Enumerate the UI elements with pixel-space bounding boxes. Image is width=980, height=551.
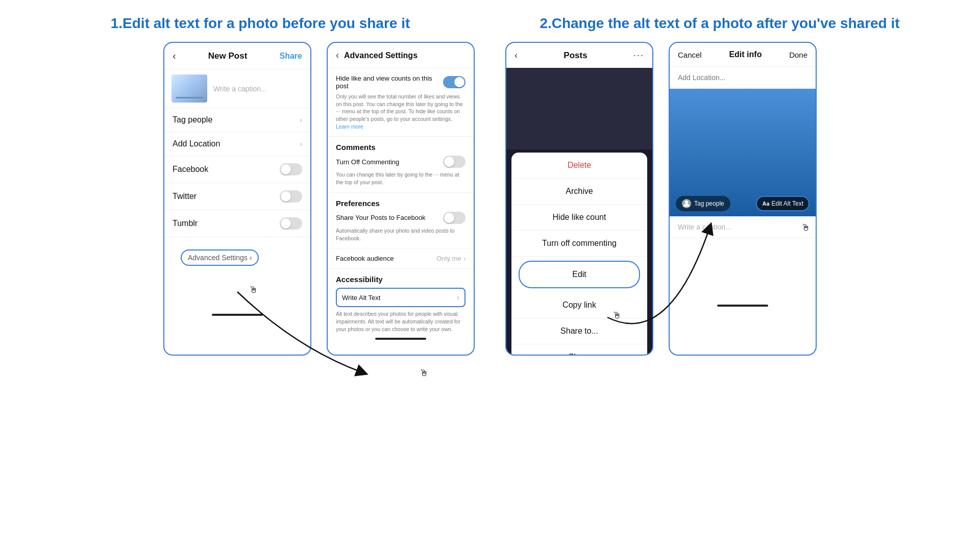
- hide-counts-label: Hide like and view counts on this post: [336, 74, 443, 90]
- back-icon[interactable]: ‹: [173, 50, 176, 62]
- home-indicator: [717, 305, 768, 307]
- new-post-title: New Post: [208, 51, 248, 61]
- write-alt-text-row[interactable]: Write Alt Text ›: [336, 288, 465, 307]
- add-location-label: Add Location...: [678, 73, 725, 82]
- facebook-label: Facebook: [173, 165, 208, 174]
- turn-off-commenting-action[interactable]: Turn off commenting: [511, 231, 647, 257]
- tag-people-row[interactable]: Tag people ›: [164, 108, 310, 132]
- caption-placeholder[interactable]: Write a caption...: [213, 85, 267, 93]
- posts-header: ‹ Posts ···: [506, 43, 652, 68]
- facebook-toggle[interactable]: [280, 163, 302, 176]
- accessibility-title: Accessibility: [336, 275, 465, 284]
- facebook-toggle-row: Facebook: [164, 156, 310, 183]
- edit-alt-text-label: Edit Alt Text: [772, 200, 803, 207]
- svg-point-2: [685, 201, 688, 204]
- post-dark-area: [506, 68, 652, 149]
- edit-info-title: Edit info: [729, 50, 762, 59]
- share-facebook-label: Share Your Posts to Facebook: [336, 214, 443, 221]
- tumblr-toggle[interactable]: [280, 217, 302, 230]
- alt-text-description: Alt text describes your photos for peopl…: [328, 310, 474, 333]
- share-to-action[interactable]: Share to...: [511, 318, 647, 344]
- turn-off-note: You can change this later by going to th…: [336, 171, 465, 186]
- screen-posts: ‹ Posts ··· Delete Archive Hide like cou…: [505, 42, 653, 356]
- new-post-header: ‹ New Post Share: [164, 43, 310, 69]
- tumblr-label: Tumblr: [173, 219, 198, 228]
- screen-edit-info: Cancel Edit info Done Add Location...: [669, 42, 817, 356]
- twitter-label: Twitter: [173, 192, 197, 201]
- edit-info-header: Cancel Edit info Done: [670, 43, 816, 67]
- comments-title: Comments: [336, 143, 465, 152]
- hide-counts-toggle[interactable]: [443, 76, 465, 88]
- overlay-buttons: Tag people Aa Edit Alt Text: [670, 196, 816, 211]
- share-facebook-toggle[interactable]: [443, 212, 465, 224]
- tag-people-label: Tag people: [694, 200, 724, 207]
- advanced-settings-area: Advanced Settings ›: [164, 237, 310, 278]
- chevron-right-icon: ›: [300, 140, 302, 148]
- home-indicator: [212, 314, 263, 316]
- share-facebook-note: Automatically share your photo and video…: [336, 227, 465, 242]
- turn-off-commenting-label: Turn Off Commenting: [336, 158, 443, 166]
- copy-link-action[interactable]: Copy link: [511, 292, 647, 318]
- edit-alt-text-button[interactable]: Aa Edit Alt Text: [756, 196, 810, 211]
- back-icon[interactable]: ‹: [336, 50, 339, 61]
- facebook-audience-value: Only me ›: [436, 255, 465, 262]
- post-preview: Write a caption...: [164, 69, 310, 108]
- cancel-button[interactable]: Cancel: [678, 51, 702, 59]
- tag-people-label: Tag people: [173, 115, 212, 124]
- home-indicator: [375, 338, 426, 340]
- advanced-settings-header: ‹ Advanced Settings: [328, 43, 474, 68]
- action-sheet: Delete Archive Hide like count Turn off …: [511, 153, 647, 356]
- svg-text:🖱: 🖱: [420, 368, 429, 378]
- person-icon: [682, 199, 691, 208]
- hide-counts-section: Hide like and view counts on this post O…: [328, 68, 474, 137]
- heading-1: 1.Edit alt text for a photo before you s…: [54, 15, 467, 32]
- preferences-section: Preferences Share Your Posts to Facebook…: [328, 193, 474, 248]
- facebook-audience-row[interactable]: Facebook audience Only me ›: [328, 248, 474, 269]
- archive-action[interactable]: Archive: [511, 179, 647, 205]
- advanced-settings-button[interactable]: Advanced Settings ›: [181, 249, 259, 266]
- back-icon[interactable]: ‹: [514, 50, 518, 61]
- tumblr-toggle-row: Tumblr: [164, 210, 310, 237]
- write-alt-text-label: Write Alt Text: [342, 294, 380, 302]
- share-button[interactable]: Share: [280, 52, 302, 61]
- advanced-settings-title: Advanced Settings: [344, 51, 418, 60]
- more-options-icon[interactable]: ···: [633, 50, 644, 61]
- posts-title: Posts: [564, 51, 587, 61]
- preferences-title: Preferences: [336, 199, 465, 208]
- share-action[interactable]: Share: [511, 344, 647, 356]
- chevron-right-icon: ›: [300, 116, 302, 124]
- aa-prefix: Aa: [762, 201, 769, 207]
- screen-new-post: ‹ New Post Share Write a caption... Tag …: [163, 42, 311, 356]
- add-location-row[interactable]: Add Location ›: [164, 132, 310, 156]
- accessibility-section: Accessibility Write Alt Text ›: [328, 269, 474, 307]
- turn-off-commenting-toggle[interactable]: [443, 156, 465, 168]
- photo-area: Tag people Aa Edit Alt Text: [670, 89, 816, 216]
- screen-advanced-settings: ‹ Advanced Settings Hide like and view c…: [327, 42, 475, 356]
- action-sheet-container: Delete Archive Hide like count Turn off …: [506, 149, 652, 356]
- twitter-toggle[interactable]: [280, 190, 302, 203]
- hide-like-count-action[interactable]: Hide like count: [511, 205, 647, 231]
- delete-action[interactable]: Delete: [511, 153, 647, 179]
- add-location-row[interactable]: Add Location...: [670, 67, 816, 89]
- twitter-toggle-row: Twitter: [164, 183, 310, 210]
- facebook-audience-label: Facebook audience: [336, 255, 394, 262]
- write-caption-row[interactable]: Write a caption...: [670, 216, 816, 238]
- heading-2: 2.Change the alt text of a photo after y…: [513, 15, 926, 32]
- add-location-label: Add Location: [173, 139, 220, 148]
- chevron-right-icon: ›: [457, 293, 459, 302]
- write-caption-placeholder: Write a caption...: [678, 223, 731, 231]
- comments-section: Comments Turn Off Commenting You can cha…: [328, 137, 474, 192]
- post-thumbnail: [172, 74, 207, 103]
- done-button[interactable]: Done: [789, 51, 807, 59]
- hide-counts-note: Only you will see the total number of li…: [336, 93, 465, 130]
- tag-people-button[interactable]: Tag people: [676, 196, 730, 211]
- edit-action-wrapper: Edit: [511, 257, 647, 292]
- advanced-settings-label: Advanced Settings ›: [188, 254, 252, 262]
- edit-action[interactable]: Edit: [519, 261, 640, 288]
